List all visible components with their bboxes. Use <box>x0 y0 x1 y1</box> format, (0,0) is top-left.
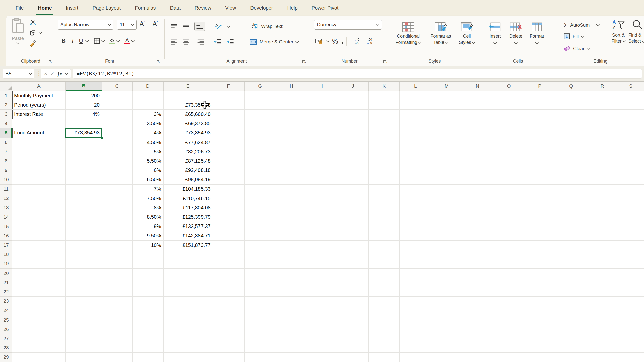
cell-E10[interactable]: £98,084.19 <box>164 175 213 185</box>
cell-H28[interactable] <box>276 343 307 353</box>
cell-G21[interactable] <box>245 278 276 287</box>
cell-L7[interactable] <box>400 147 431 156</box>
cell-D8[interactable]: 5.50% <box>133 156 164 166</box>
cell-H27[interactable] <box>276 334 307 343</box>
col-header-S[interactable]: S <box>618 82 644 91</box>
cell-I15[interactable] <box>307 222 338 231</box>
cell-I27[interactable] <box>307 334 338 343</box>
cell-P10[interactable] <box>525 175 555 185</box>
cell-G29[interactable] <box>245 353 276 362</box>
cell-O20[interactable] <box>493 269 525 278</box>
cell-E15[interactable]: £133,577.37 <box>164 222 213 231</box>
cell-O7[interactable] <box>493 147 525 156</box>
cell-R17[interactable] <box>587 241 618 250</box>
cell-O13[interactable] <box>493 203 525 212</box>
cell-H3[interactable] <box>276 110 307 119</box>
cell-M26[interactable] <box>431 325 462 334</box>
cell-R26[interactable] <box>587 325 618 334</box>
cell-Q7[interactable] <box>555 147 587 156</box>
cell-M10[interactable] <box>431 175 462 185</box>
cell-N9[interactable] <box>462 166 493 175</box>
cell-G8[interactable] <box>245 156 276 166</box>
tab-insert[interactable]: Insert <box>59 0 86 16</box>
cell-E1[interactable] <box>164 91 213 100</box>
cell-B18[interactable] <box>66 250 102 259</box>
cell-D22[interactable] <box>133 287 164 297</box>
format-painter-button[interactable] <box>29 40 36 47</box>
cell-D17[interactable]: 10% <box>133 241 164 250</box>
cell-M18[interactable] <box>431 250 462 259</box>
cell-S13[interactable] <box>618 203 644 212</box>
cell-L17[interactable] <box>400 241 431 250</box>
cell-A29[interactable] <box>12 353 66 362</box>
cell-J22[interactable] <box>337 287 369 297</box>
cell-C3[interactable] <box>102 110 133 119</box>
cell-B28[interactable] <box>66 343 102 353</box>
cell-O23[interactable] <box>493 297 525 306</box>
cell-S11[interactable] <box>618 185 644 194</box>
cell-D16[interactable]: 9.50% <box>133 231 164 241</box>
cell-D20[interactable] <box>133 269 164 278</box>
cell-J7[interactable] <box>337 147 369 156</box>
cell-P5[interactable] <box>525 128 555 138</box>
align-center-button[interactable] <box>182 38 190 46</box>
cell-O19[interactable] <box>493 259 525 268</box>
decrease-font-size-button[interactable]: Aˇ <box>153 20 158 27</box>
cell-G24[interactable] <box>245 306 276 315</box>
cell-K1[interactable] <box>369 91 400 100</box>
cell-A2[interactable]: Period (years) <box>12 100 66 110</box>
cell-S24[interactable] <box>618 306 644 315</box>
cell-J28[interactable] <box>337 343 369 353</box>
cell-A19[interactable] <box>12 259 66 268</box>
cell-A27[interactable] <box>12 334 66 343</box>
cell-J12[interactable] <box>337 194 369 203</box>
cell-L22[interactable] <box>400 287 431 297</box>
cell-J19[interactable] <box>337 259 369 268</box>
accounting-format-button[interactable] <box>315 38 324 45</box>
row-header-18[interactable]: 18 <box>0 250 12 259</box>
cell-H4[interactable] <box>276 119 307 128</box>
cell-L21[interactable] <box>400 278 431 287</box>
comma-style-button[interactable]: , <box>341 39 343 41</box>
cell-P13[interactable] <box>525 203 555 212</box>
cell-N28[interactable] <box>462 343 493 353</box>
cell-Q9[interactable] <box>555 166 587 175</box>
cell-H19[interactable] <box>276 259 307 268</box>
row-header-19[interactable]: 19 <box>0 259 12 268</box>
borders-button[interactable] <box>93 37 100 44</box>
cell-R8[interactable] <box>587 156 618 166</box>
cell-E9[interactable]: £92,408.18 <box>164 166 213 175</box>
row-header-25[interactable]: 25 <box>0 315 12 325</box>
cell-J25[interactable] <box>337 315 369 325</box>
cell-F25[interactable] <box>213 315 245 325</box>
cell-G17[interactable] <box>245 241 276 250</box>
cell-L16[interactable] <box>400 231 431 241</box>
cell-M25[interactable] <box>431 315 462 325</box>
cell-Q4[interactable] <box>555 119 587 128</box>
row-header-5[interactable]: 5 <box>0 128 12 138</box>
cell-Q21[interactable] <box>555 278 587 287</box>
cell-A25[interactable] <box>12 315 66 325</box>
cell-C24[interactable] <box>102 306 133 315</box>
cell-A11[interactable] <box>12 185 66 194</box>
cell-O4[interactable] <box>493 119 525 128</box>
row-header-15[interactable]: 15 <box>0 222 12 231</box>
cell-F19[interactable] <box>213 259 245 268</box>
cell-B6[interactable] <box>66 138 102 147</box>
cell-M13[interactable] <box>431 203 462 212</box>
cell-H24[interactable] <box>276 306 307 315</box>
row-header-16[interactable]: 16 <box>0 231 12 241</box>
cell-P19[interactable] <box>525 259 555 268</box>
cell-H29[interactable] <box>276 353 307 362</box>
row-header-8[interactable]: 8 <box>0 156 12 166</box>
cell-M16[interactable] <box>431 231 462 241</box>
cell-B21[interactable] <box>66 278 102 287</box>
cell-R16[interactable] <box>587 231 618 241</box>
cell-F21[interactable] <box>213 278 245 287</box>
cell-F3[interactable] <box>213 110 245 119</box>
cell-J8[interactable] <box>337 156 369 166</box>
cell-J18[interactable] <box>337 250 369 259</box>
cell-E11[interactable]: £104,185.33 <box>164 185 213 194</box>
cell-S8[interactable] <box>618 156 644 166</box>
cell-I28[interactable] <box>307 343 338 353</box>
